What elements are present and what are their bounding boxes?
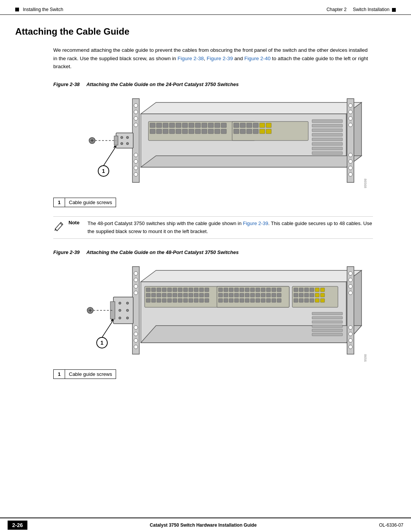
svg-rect-116	[146, 299, 150, 302]
svg-point-6	[134, 160, 138, 163]
svg-point-5	[134, 153, 138, 157]
svg-rect-122	[178, 299, 182, 302]
svg-point-63	[349, 110, 352, 114]
svg-rect-32	[163, 129, 168, 134]
svg-rect-101	[194, 288, 198, 292]
svg-point-189	[349, 278, 352, 282]
header-breadcrumb: Installing the Switch	[23, 7, 63, 12]
svg-point-2	[134, 110, 138, 114]
svg-point-73	[134, 272, 138, 275]
svg-point-195	[349, 345, 352, 349]
svg-rect-175	[245, 299, 249, 302]
table-row-39: 1 Cable guide screws	[54, 370, 116, 379]
arrow-38	[104, 146, 116, 166]
svg-rect-137	[310, 293, 314, 297]
body-comma: ,	[204, 56, 207, 61]
svg-rect-182	[312, 312, 342, 315]
svg-point-194	[349, 339, 352, 342]
svg-rect-96	[167, 288, 172, 292]
svg-rect-117	[151, 299, 156, 302]
svg-point-75	[134, 284, 138, 288]
svg-rect-164	[250, 293, 255, 297]
link-figure39[interactable]: Figure 2-39	[207, 56, 233, 61]
svg-rect-56	[312, 129, 342, 132]
fig39-label: Figure 2-39	[53, 249, 80, 255]
svg-point-193	[349, 332, 352, 336]
footer-doc-title: Catalyst 3750 Switch Hardware Installati…	[150, 522, 257, 528]
table-num-39: 1	[54, 370, 65, 379]
link-figure40[interactable]: Figure 2-40	[244, 56, 271, 61]
note-label: Note	[68, 220, 82, 225]
svg-rect-33	[169, 129, 175, 134]
svg-rect-123	[183, 299, 188, 302]
svg-rect-174	[240, 299, 244, 302]
svg-rect-46	[260, 123, 265, 128]
note-left: Note	[53, 220, 82, 235]
table-text-38: Cable guide screws	[65, 198, 116, 207]
svg-rect-22	[176, 123, 181, 128]
svg-rect-119	[162, 299, 166, 302]
svg-rect-41	[221, 129, 226, 134]
svg-rect-136	[304, 293, 309, 297]
svg-rect-176	[250, 299, 255, 302]
svg-point-3	[134, 117, 138, 120]
svg-rect-37	[195, 129, 201, 134]
svg-rect-29	[221, 123, 226, 128]
svg-rect-109	[173, 293, 177, 297]
svg-rect-156	[272, 288, 276, 292]
svg-rect-54	[312, 120, 342, 123]
table-row-38: 1 Cable guide screws	[54, 198, 116, 207]
svg-rect-180	[272, 299, 276, 302]
fig38-id: 86568	[363, 179, 367, 188]
svg-rect-152	[250, 288, 255, 292]
svg-rect-107	[162, 293, 166, 297]
svg-rect-100	[189, 288, 193, 292]
svg-rect-139	[320, 293, 325, 297]
svg-rect-177	[256, 299, 260, 302]
svg-rect-27	[208, 123, 213, 128]
svg-point-86	[126, 309, 129, 312]
svg-rect-166	[261, 293, 265, 297]
svg-point-87	[119, 317, 121, 319]
figure38-caption: Figure 2-38 Attaching the Cable Guide on…	[53, 81, 388, 87]
svg-rect-138	[315, 293, 319, 297]
svg-point-11	[121, 136, 123, 139]
header-square-icon	[15, 8, 19, 11]
svg-rect-35	[182, 129, 188, 134]
svg-rect-94	[157, 288, 161, 292]
svg-rect-93	[151, 288, 156, 292]
svg-rect-163	[245, 293, 249, 297]
svg-rect-28	[215, 123, 220, 128]
svg-point-62	[349, 104, 352, 107]
svg-rect-30	[150, 129, 155, 134]
note-box: Note The 48-port Catalyst 3750 switches …	[53, 216, 373, 239]
svg-point-83	[119, 302, 121, 304]
svg-rect-42	[234, 123, 239, 128]
svg-rect-51	[253, 129, 258, 134]
svg-rect-131	[310, 288, 314, 292]
svg-point-85	[119, 309, 121, 312]
body-and: and	[233, 56, 244, 61]
svg-rect-115	[205, 293, 209, 297]
link-figure38[interactable]: Figure 2-38	[177, 56, 204, 61]
svg-point-78	[134, 332, 138, 336]
table-num-38: 1	[54, 198, 65, 207]
svg-rect-184	[312, 321, 342, 323]
figure39-table: 1 Cable guide screws	[53, 369, 116, 379]
note-link[interactable]: Figure 2-39	[243, 220, 268, 226]
svg-rect-148	[229, 288, 233, 292]
svg-rect-121	[173, 299, 177, 302]
svg-rect-124	[189, 299, 193, 302]
svg-rect-125	[194, 299, 198, 302]
svg-rect-108	[167, 293, 172, 297]
svg-rect-103	[205, 288, 209, 292]
svg-rect-133	[320, 288, 325, 292]
svg-rect-145	[320, 299, 325, 302]
header-left: Installing the Switch	[15, 7, 63, 12]
svg-rect-39	[208, 129, 213, 134]
svg-rect-20	[163, 123, 168, 128]
svg-rect-167	[266, 293, 271, 297]
svg-rect-187	[312, 333, 342, 336]
svg-point-190	[349, 284, 352, 288]
svg-rect-126	[199, 299, 204, 302]
